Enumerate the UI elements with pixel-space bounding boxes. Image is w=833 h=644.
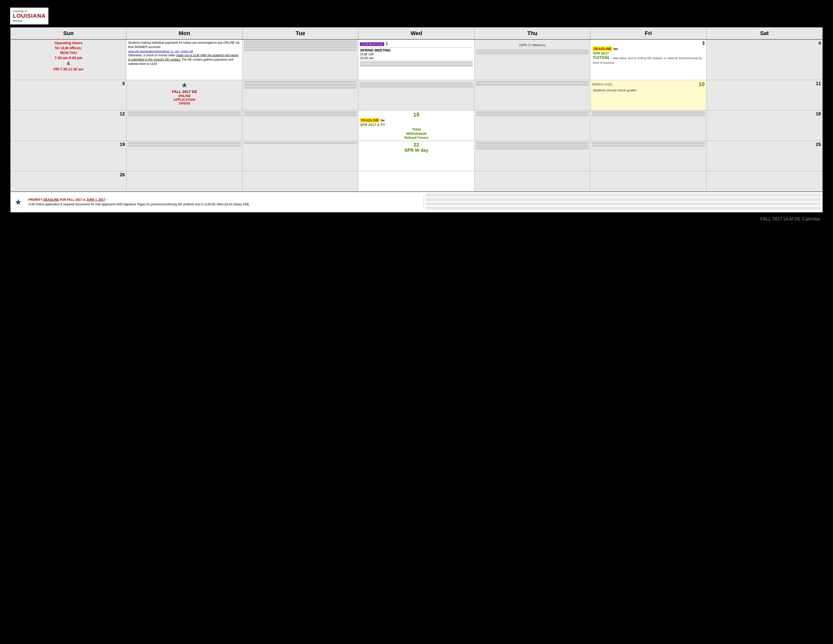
spring-meeting-time: 10:00 am xyxy=(360,56,473,60)
cell-row2-fri: (Midterm ends) 10 Students should check … xyxy=(590,80,706,110)
fri-small-text: paid online, sent to ULM by DE contacts,… xyxy=(593,56,702,64)
calendar-row-1: Operating Hoursfor ULM offices:MON-THU7:… xyxy=(11,40,822,80)
wed-day-number: 1 xyxy=(386,41,388,46)
operating-hours-text: Operating Hoursfor ULM offices:MON-THU7:… xyxy=(12,41,125,72)
logo-louisiana: LOUISIANA xyxy=(13,13,46,19)
sat-day-25: 25 xyxy=(708,142,821,147)
deadline-for: for xyxy=(613,47,618,51)
cell-row5-sat xyxy=(706,171,822,192)
cell-row5-wed xyxy=(359,171,474,192)
cell-row4-sun: 19 xyxy=(11,141,127,171)
payment-link[interactable]: www.ulm.edu/dualenrollment/how_to_pay_on… xyxy=(128,50,193,53)
midterm-ends-label: (Midterm ends) xyxy=(592,82,613,86)
cell-row4-tue xyxy=(243,141,359,171)
header-tue: Tue xyxy=(243,27,359,39)
spring-meeting-location: ULIB 106 xyxy=(360,52,473,56)
cell-row5-tue xyxy=(243,171,359,192)
students-check-grades: Students should check grades xyxy=(592,88,704,93)
fri-day-3: 3 xyxy=(702,41,705,46)
cell-row2-wed xyxy=(359,80,474,110)
cell-row4-sat: 25 xyxy=(706,141,822,171)
logo-university-of: University of xyxy=(13,10,46,13)
deadline-label: DEADLINE xyxy=(593,47,613,51)
logo-monroe: Monroe xyxy=(13,19,46,22)
online-label: ONLINE xyxy=(128,94,241,98)
cell-row1-fri: 3 DEADLINE for SPR 2017 TUITION – paid o… xyxy=(590,40,706,80)
total-label: Total Withdrawal xyxy=(360,127,473,135)
university-logo: University of LOUISIANA Monroe xyxy=(10,8,48,24)
cell-row3-sun: 12 xyxy=(11,110,127,141)
header-wed: Wed xyxy=(359,27,474,39)
calendar: Sun Mon Tue Wed Thu Fri Sat Operating Ho… xyxy=(10,27,823,213)
cell-row1-thu: (SPR 17 Midterm) xyxy=(474,40,590,80)
cell-row2-sun: 5 xyxy=(11,80,127,110)
notice-body-text: ULM Online application & required docume… xyxy=(28,203,249,206)
sun-day-12: 12 xyxy=(12,111,125,117)
cell-row3-wed: 15 DEADLINE for SPR 2017 & FY Total With… xyxy=(359,110,474,141)
notice-star-icon: ★ xyxy=(11,195,26,209)
application-label: APPLICATION xyxy=(128,98,241,101)
mardi-gras-area: (ULM Mardi Gras) 1 xyxy=(360,41,473,47)
cell-row5-thu xyxy=(474,171,590,192)
cell-row2-sat: 11 xyxy=(706,80,822,110)
fall2017-de-info: ★ FALL 2017 DE ONLINE APPLICATION OPENS xyxy=(128,81,241,105)
sat-day-11: 11 xyxy=(708,81,821,86)
cell-row2-mon: ★ FALL 2017 DE ONLINE APPLICATION OPENS xyxy=(127,80,242,110)
refund-forms-label: Refund Forms xyxy=(360,135,473,140)
calendar-row-5: 26 xyxy=(11,171,822,192)
calendar-header: Sun Mon Tue Wed Thu Fri Sat xyxy=(11,27,822,40)
cell-row5-fri xyxy=(590,171,706,192)
thu-midterm-label: (SPR 17 Midterm) xyxy=(476,41,589,50)
cell-row1-wed: (ULM Mardi Gras) 1 SPRING MEETING ULIB 1… xyxy=(359,40,474,80)
cell-row1-tue xyxy=(243,40,359,80)
midterm-ends-row: (Midterm ends) 10 xyxy=(592,81,704,88)
spr2017fy-label: SPR 2017 & FY xyxy=(360,123,385,127)
wed-for-text: for xyxy=(381,119,385,122)
cell-row4-mon xyxy=(127,141,242,171)
sun-day-5: 5 xyxy=(12,81,125,86)
sun-day-26: 26 xyxy=(12,172,125,177)
notice-text-content: PRIORITY DEADLINE FOR FALL 2017 is JUNE … xyxy=(26,195,424,209)
fall2017-label: FALL 2017 DE xyxy=(128,89,241,94)
header-sat: Sat xyxy=(706,27,822,39)
spr2017-label: SPR 2017 xyxy=(593,51,609,55)
cell-row3-thu xyxy=(474,110,590,141)
cell-row3-sat: 18 xyxy=(706,110,822,141)
cell-row2-tue xyxy=(243,80,359,110)
cell-row4-fri xyxy=(590,141,706,171)
tuition-dash: – xyxy=(610,56,612,60)
calendar-row-3: 12 15 D xyxy=(11,110,822,141)
wed-deadline-label: DEADLINE xyxy=(360,118,380,122)
header-sun: Sun xyxy=(11,27,127,39)
spr-w-day-label: SPR W day xyxy=(360,148,473,153)
footer-text: FALL 2017 ULM DE Calendar xyxy=(761,216,820,222)
cell-row5-sun: 26 xyxy=(11,171,127,192)
cell-row1-sat: 4 xyxy=(706,40,822,80)
cell-row3-mon xyxy=(127,110,242,141)
cell-row5-mon xyxy=(127,171,242,192)
mon-payment-info: Students making individual payments for … xyxy=(128,41,241,66)
footer: FALL 2017 ULM DE Calendar xyxy=(10,216,823,222)
bottom-notice: ★ PRIORITY DEADLINE FOR FALL 2017 is JUN… xyxy=(11,192,822,212)
cell-row1-sun: Operating Hoursfor ULM offices:MON-THU7:… xyxy=(11,40,127,80)
cell-row3-tue xyxy=(243,110,359,141)
cell-row1-mon: Students making individual payments for … xyxy=(127,40,242,80)
sat-day-18: 18 xyxy=(708,111,821,117)
tuition-label: TUITION xyxy=(593,56,609,60)
header-fri: Fri xyxy=(590,27,706,39)
mardi-gras-label: (ULM Mardi Gras) xyxy=(360,42,384,46)
sun-day-19: 19 xyxy=(12,142,125,147)
opens-label: OPENS xyxy=(128,101,241,105)
fri-deadline-box: DEADLINE for SPR 2017 TUITION – paid onl… xyxy=(592,46,704,66)
wed-day-22: 22 xyxy=(413,142,419,148)
spring-meeting-label: SPRING MEETING xyxy=(360,48,473,52)
spring-meeting-info: SPRING MEETING ULIB 106 10:00 am xyxy=(360,48,473,60)
sat-day-4: 4 xyxy=(708,41,821,46)
header-thu: Thu xyxy=(474,27,590,39)
cell-row3-fri xyxy=(590,110,706,141)
tue-lines xyxy=(244,41,357,51)
calendar-row-4: 19 22 SPR W day xyxy=(11,141,822,171)
wed-deadline-info: DEADLINE for SPR 2017 & FY Total Withdra… xyxy=(360,118,473,140)
calendar-row-2: 5 ★ FALL 2017 DE ONLINE APPLICATION OPEN… xyxy=(11,80,822,110)
star-icon-row2: ★ xyxy=(128,81,241,89)
